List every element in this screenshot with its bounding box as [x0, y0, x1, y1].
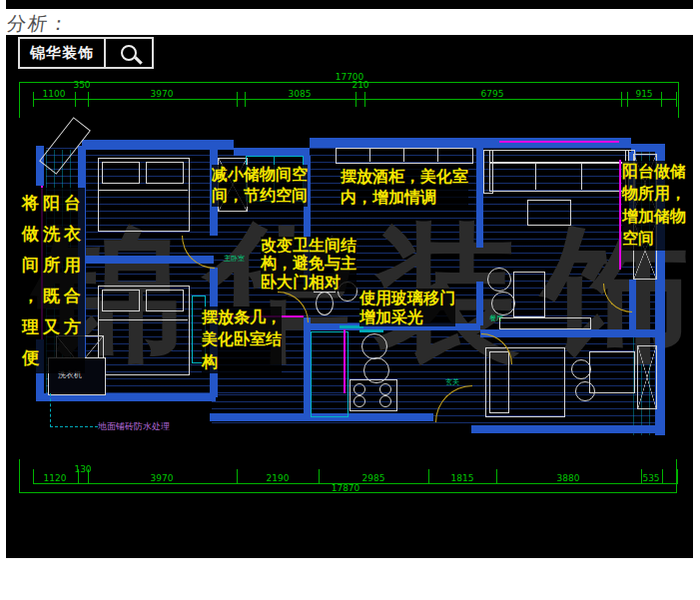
dim-label: 1100: [43, 89, 66, 99]
wall: [304, 317, 311, 417]
desk: [589, 351, 635, 393]
dim-label: 3970: [151, 89, 174, 99]
burner: [353, 395, 365, 407]
toilet: [316, 292, 334, 315]
dim-label: 2985: [362, 473, 385, 483]
pillow: [102, 162, 140, 184]
floor-note: 地面铺砖防水处理: [98, 420, 170, 433]
annotation-glassdoor: 使用玻璃移门 增加采光: [359, 289, 455, 326]
burner: [379, 383, 391, 395]
floor-hatch-lower: [212, 394, 659, 427]
blanket-line: [98, 190, 188, 191]
analysis-bar: 分析：: [0, 9, 700, 35]
sofa-cushion-line: [535, 162, 536, 190]
annotation-storage: 减小储物间空 间，节约空间: [212, 165, 308, 207]
dim-label: 17870: [332, 483, 360, 493]
dining-table: [513, 272, 545, 317]
room-label-entry: 玄关: [445, 377, 459, 387]
sink-bowl: [361, 333, 387, 359]
dim-label: 210: [351, 80, 368, 90]
dim-label: 915: [635, 89, 652, 99]
dining-chair: [487, 268, 511, 292]
logo-text: 锦华装饰: [20, 39, 106, 67]
window-glazing: [499, 141, 619, 143]
dim-label: 535: [642, 473, 659, 483]
annotation-laundry: 将阳台 做洗衣 间所用 ，既合 理又方 便: [22, 188, 85, 373]
sofa-cushion-line: [581, 162, 582, 190]
sofa-armrest: [483, 150, 493, 194]
dim-label: 1120: [44, 473, 67, 483]
window-glazing: [619, 160, 621, 270]
magnifier-icon: [121, 45, 137, 61]
pillow: [146, 162, 184, 184]
wall: [471, 425, 661, 433]
annotation-sidetable: 摆放条几， 美化卧室结 构: [202, 306, 282, 373]
logo-icon-cell: [106, 39, 152, 67]
burner: [353, 383, 365, 395]
blanket-line: [98, 319, 188, 320]
pillow: [146, 290, 184, 311]
dim-label: 130: [74, 464, 91, 474]
annotation-bathroom: 改变卫生间结 构，避免与主 卧大门相对: [261, 237, 356, 292]
cabinet-divider: [403, 148, 404, 162]
window-glazing: [344, 329, 346, 393]
leader-line: [50, 426, 98, 428]
wine-cabinet: [336, 148, 473, 164]
dim-label: 350: [73, 80, 90, 90]
screenshot-stage: 锦华装饰: [0, 0, 700, 600]
dim-line-overall-top: [19, 82, 679, 83]
annotation-wine: 摆放酒柜，美化室 内，增加情调: [341, 167, 468, 209]
wall: [476, 148, 483, 248]
cabinet-divider: [437, 148, 438, 162]
dim-line-top: [33, 99, 676, 100]
room-label-master: 主卧室: [224, 254, 245, 264]
dim-label: 2190: [267, 473, 290, 483]
wall: [36, 146, 44, 186]
wall: [310, 138, 631, 148]
cad-canvas[interactable]: 锦华装饰: [6, 0, 693, 558]
dining-chair: [491, 292, 515, 315]
coffee-table: [527, 200, 571, 226]
tv-cabinet: [499, 317, 591, 329]
dim-label: 1815: [451, 473, 474, 483]
desk-chair: [571, 359, 591, 379]
dim-label: 6795: [481, 89, 504, 99]
sofa-seat: [489, 162, 629, 192]
wardrobe: [637, 345, 657, 409]
dim-label: 3085: [289, 89, 312, 99]
leader-line: [50, 393, 52, 427]
annotation-balcony-storage: 阳台做储 物所用， 增加储物 空间: [622, 161, 686, 251]
burner: [379, 395, 391, 407]
wall: [476, 282, 483, 325]
sliding-door-panel: [359, 329, 383, 332]
analysis-label: 分析：: [5, 11, 72, 37]
cabinet-divider: [369, 148, 370, 162]
wall: [234, 148, 310, 156]
logo-badge: 锦华装饰: [18, 37, 154, 69]
pillow: [102, 290, 140, 311]
dim-label: 3880: [557, 473, 580, 483]
dim-label: 3970: [151, 473, 174, 483]
room-label-dining: 餐厅: [489, 313, 503, 323]
desk-chair: [575, 381, 595, 401]
